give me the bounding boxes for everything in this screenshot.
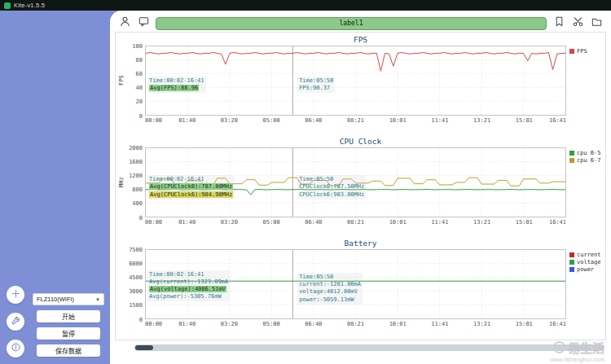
fab-column [7,286,24,357]
start-button[interactable]: 开始 [37,310,100,322]
x-tick-label: 13:21 [473,117,490,124]
fps-plot-canvas[interactable] [145,46,566,116]
x-tick-label: 00:00 [145,219,162,226]
scrollbar-thumb[interactable] [135,345,153,350]
legend: cpu 0-5cpu 6-7 [566,147,604,164]
x-tick-label: 03:20 [221,321,238,327]
x-tick-label: 08:21 [347,219,364,226]
chart-annotation: Time:00:02-16:41Avg(CPUClock0):787.80MHz… [147,175,235,199]
legend-swatch [569,151,574,156]
y-tick-label: 6000 [129,261,143,267]
folder-icon [591,15,603,31]
x-tick-label: 10:01 [389,117,407,124]
x-tick-label: 00:00 [145,321,162,327]
plot-area[interactable]: 00:0001:4003:2005:0006:4008:2110:0111:41… [145,147,566,217]
x-tick-label: 10:01 [389,321,407,327]
cpu-clock-chart: CPU Clock MHz 0400800120016002000 00:000… [117,136,604,238]
x-tick-label: 16:41 [549,117,566,124]
x-tick-label: 06:40 [305,117,322,124]
x-tick-label: 03:20 [221,219,238,226]
info-button[interactable] [7,340,24,357]
device-select[interactable]: FLZ110(WIFI) ▼ [33,293,104,305]
battery-chart: Battery 015003000450060007500 00:0001:40… [117,238,604,340]
x-tick-label: 00:00 [145,117,162,124]
y-tick-label: 7500 [129,247,143,253]
chart-title: Battery [117,238,604,248]
user-button[interactable] [118,17,131,30]
y-tick-label: 800 [132,186,143,193]
main-panel: label1 FPS FPS [110,11,611,364]
x-tick-label: 05:00 [263,117,280,124]
legend-item[interactable]: FPS [569,47,604,55]
x-tick-label: 05:00 [263,321,280,327]
x-tick-label: 15:01 [516,117,533,124]
chart-title: CPU Clock [117,136,604,147]
titlebar: Kite-v1.5.5 [0,0,611,11]
x-tick-label: 13:21 [473,321,490,327]
x-tick-label: 11:41 [431,219,448,226]
y-tick-label: 3000 [129,288,143,295]
pause-button[interactable]: 暂停 [37,327,100,340]
y-axis-title [117,249,125,319]
x-tick-label: 15:01 [516,219,533,226]
cut-button[interactable] [571,17,584,30]
scissors-icon [572,15,584,31]
y-tick-label: 0 [139,317,143,323]
y-tick-label: 1600 [129,159,143,165]
label-input[interactable]: label1 [156,17,547,30]
h-scrollbar[interactable] [134,344,604,351]
legend: currentvoltagepower [566,249,604,273]
export-button[interactable] [590,17,603,30]
y-axis-labels: 020406080100 [125,46,145,116]
y-axis-title: FPS [117,46,125,116]
legend-label: cpu 0-5 [577,150,601,156]
y-tick-label: 80 [136,57,143,64]
x-tick-label: 16:41 [549,219,566,226]
legend: FPS [566,46,604,55]
y-tick-label: 60 [136,71,143,77]
x-tick-label: 03:20 [221,117,238,124]
legend-label: current [577,252,601,258]
legend-item[interactable]: cpu 6-7 [569,156,604,164]
plot-area[interactable]: 00:0001:4003:2005:0006:4008:2110:0111:41… [145,249,566,319]
chat-icon [138,15,150,31]
bookmark-button[interactable] [552,17,565,30]
x-tick-label: 16:41 [549,321,566,327]
add-button[interactable] [7,286,24,304]
wrench-icon [11,314,21,329]
legend-swatch [569,267,574,272]
tools-button[interactable] [7,313,24,331]
y-tick-label: 4500 [129,274,143,281]
y-axis-labels: 015003000450060007500 [125,249,145,319]
y-tick-label: 400 [132,200,143,207]
save-data-button[interactable]: 保存数据 [37,344,100,357]
legend-item[interactable]: current [569,251,604,258]
y-tick-label: 1200 [129,173,143,179]
x-axis-labels: 00:0001:4003:2005:0006:4008:2110:0111:41… [145,117,566,125]
legend-item[interactable]: voltage [569,258,604,265]
chart-title: FPS [117,34,604,45]
x-tick-label: 11:41 [431,321,448,327]
person-icon [119,15,131,31]
chevron-down-icon: ▼ [95,297,100,302]
app-logo-icon [4,2,11,9]
chart-annotation: Time:00:02-16:41Avg(FPS):88.96 [147,77,205,93]
device-select-value: FLZ110(WIFI) [37,296,74,303]
y-tick-label: 20 [136,99,143,105]
fps-chart: FPS FPS 020406080100 00:0001:4003:2005:0… [117,34,604,136]
toolbar: label1 [118,16,603,30]
legend-label: cpu 6-7 [577,157,601,164]
x-tick-label: 10:01 [389,219,407,226]
y-tick-label: 1500 [129,302,143,309]
legend-swatch [569,158,574,163]
legend-item[interactable]: power [569,265,604,273]
legend-label: power [577,266,594,273]
message-button[interactable] [137,17,150,30]
info-icon [11,341,21,356]
legend-item[interactable]: cpu 0-5 [569,149,604,156]
chart-annotation: Time:05:50FPS:90.37 [297,77,335,93]
sidebar: FLZ110(WIFI) ▼ 开始 暂停 保存数据 [0,11,110,364]
y-tick-label: 0 [139,113,143,120]
plot-area[interactable]: 00:0001:4003:2005:0006:4008:2110:0111:41… [145,46,566,116]
x-tick-label: 01:40 [178,219,196,226]
